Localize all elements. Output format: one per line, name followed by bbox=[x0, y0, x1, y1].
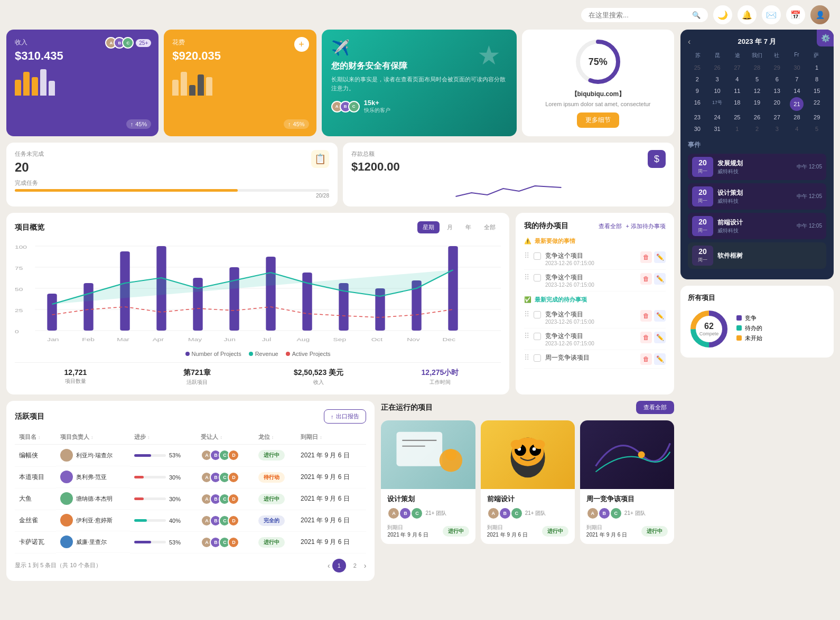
overview-tabs[interactable]: 星期 月 年 全部 bbox=[417, 221, 501, 233]
savings-card: $ 存款总额 $1200.00 bbox=[343, 143, 674, 206]
cal-day[interactable]: 25 bbox=[688, 62, 707, 73]
cal-day[interactable]: 5 bbox=[807, 124, 826, 134]
cal-day[interactable]: 4 bbox=[727, 74, 746, 84]
cal-day[interactable]: 25 bbox=[727, 112, 746, 123]
cal-day[interactable]: 31 bbox=[708, 124, 727, 134]
cal-day[interactable]: 8 bbox=[807, 74, 826, 84]
cal-day[interactable]: 17号 bbox=[708, 97, 727, 111]
cal-day[interactable]: 3 bbox=[708, 74, 727, 84]
tab-month[interactable]: 月 bbox=[442, 221, 458, 233]
col-due[interactable]: 到期日 ↕ bbox=[296, 430, 366, 445]
cal-day[interactable]: 4 bbox=[788, 124, 807, 134]
cal-day[interactable]: 26 bbox=[748, 112, 767, 123]
prev-page-btn[interactable]: ‹ bbox=[328, 561, 330, 570]
export-report-btn[interactable]: ↑ 出口报告 bbox=[324, 409, 367, 424]
tab-all[interactable]: 全部 bbox=[479, 221, 501, 233]
add-expense-btn[interactable]: + bbox=[294, 37, 309, 52]
view-all-btn[interactable]: 查看全部 bbox=[636, 401, 674, 414]
event-date-num-2: 20 bbox=[695, 189, 710, 196]
cal-day[interactable]: 28 bbox=[788, 112, 807, 123]
drag-handle-3[interactable]: ⠿ bbox=[524, 310, 529, 318]
cal-day[interactable]: 22 bbox=[807, 97, 826, 111]
search-input[interactable] bbox=[589, 11, 688, 19]
cal-day[interactable]: 18 bbox=[727, 97, 746, 111]
todo-edit-5[interactable]: ✏️ bbox=[654, 353, 666, 365]
drag-handle-2[interactable]: ⠿ bbox=[524, 273, 529, 281]
drag-handle-1[interactable]: ⠿ bbox=[524, 251, 529, 260]
todo-delete-5[interactable]: 🗑 bbox=[640, 353, 652, 365]
todo-delete-1[interactable]: 🗑 bbox=[640, 251, 652, 263]
drag-handle-5[interactable]: ⠿ bbox=[524, 353, 529, 362]
todo-checkbox-2[interactable] bbox=[534, 274, 541, 281]
drag-handle-4[interactable]: ⠿ bbox=[524, 332, 529, 340]
gear-icon[interactable]: ⚙️ bbox=[817, 30, 834, 46]
cal-day[interactable]: 1 bbox=[807, 62, 826, 73]
cal-day[interactable]: 1 bbox=[727, 124, 746, 134]
status-badge-card-2: 进行中 bbox=[542, 526, 568, 537]
cal-day[interactable]: 15 bbox=[807, 86, 826, 96]
todo-checkbox-3[interactable] bbox=[534, 311, 541, 318]
todo-checkbox-1[interactable] bbox=[534, 252, 541, 260]
cal-day[interactable]: 2 bbox=[688, 74, 707, 84]
cal-day[interactable]: 19 bbox=[748, 97, 767, 111]
todo-delete-2[interactable]: 🗑 bbox=[640, 273, 652, 285]
user-avatar[interactable]: 👤 bbox=[810, 5, 829, 24]
cal-day[interactable]: 30 bbox=[688, 124, 707, 134]
tab-week[interactable]: 星期 bbox=[417, 221, 440, 233]
col-manager[interactable]: 项目负责人 ↕ bbox=[56, 430, 130, 445]
cal-day-today[interactable]: 21 bbox=[790, 97, 804, 111]
todo-edit-4[interactable]: ✏️ bbox=[654, 332, 666, 343]
dark-mode-btn[interactable]: 🌙 bbox=[713, 5, 732, 24]
cal-day[interactable]: 12 bbox=[748, 86, 767, 96]
cal-day[interactable]: 20 bbox=[768, 97, 787, 111]
search-box[interactable]: 🔍 bbox=[581, 8, 708, 22]
col-assignee[interactable]: 受让人 ↕ bbox=[197, 430, 254, 445]
cal-day[interactable]: 14 bbox=[788, 86, 807, 96]
cal-day[interactable]: 29 bbox=[807, 112, 826, 123]
cal-day[interactable]: 10 bbox=[708, 86, 727, 96]
promo-customer-info: 15k+ 快乐的客户 bbox=[364, 99, 390, 114]
cal-day[interactable]: 26 bbox=[708, 62, 727, 73]
todo-delete-3[interactable]: 🗑 bbox=[640, 310, 652, 322]
todo-edit-1[interactable]: ✏️ bbox=[654, 251, 666, 263]
mail-btn[interactable]: ✉️ bbox=[762, 5, 781, 24]
project-overview-panel: 项目概览 星期 月 年 全部 100 75 50 25 bbox=[6, 213, 509, 394]
cal-day[interactable]: 11 bbox=[727, 86, 746, 96]
cal-day[interactable]: 5 bbox=[748, 74, 767, 84]
col-status[interactable]: 龙位 ↕ bbox=[254, 430, 296, 445]
cal-day[interactable]: 29 bbox=[768, 62, 787, 73]
cal-prev-btn[interactable]: ‹ bbox=[688, 37, 690, 46]
table-header-row: 活跃项目 ↑ 出口报告 bbox=[15, 409, 366, 424]
cal-day[interactable]: 27 bbox=[727, 62, 746, 73]
calendar-btn[interactable]: 📅 bbox=[786, 5, 805, 24]
cal-day[interactable]: 27 bbox=[768, 112, 787, 123]
view-all-link[interactable]: 查看全部 bbox=[599, 222, 622, 230]
cal-day[interactable]: 3 bbox=[768, 124, 787, 134]
cal-day[interactable]: 16 bbox=[688, 97, 707, 111]
cal-day[interactable]: 28 bbox=[748, 62, 767, 73]
cell-due: 2021 年 9 月 6 日 bbox=[296, 488, 366, 510]
todo-checkbox-5[interactable] bbox=[534, 354, 541, 362]
col-progress[interactable]: 进步 ↕ bbox=[130, 430, 197, 445]
cal-day[interactable]: 30 bbox=[788, 62, 807, 73]
todo-edit-2[interactable]: ✏️ bbox=[654, 273, 666, 285]
cal-day[interactable]: 23 bbox=[688, 112, 707, 123]
cal-day[interactable]: 2 bbox=[748, 124, 767, 134]
project-card-body-1: 设计策划 A B C 21+ 团队 到期日 2021 年 9 月 6 日 bbox=[381, 489, 475, 544]
next-page-btn[interactable]: › bbox=[364, 561, 367, 570]
page-1-btn[interactable]: 1 bbox=[332, 559, 346, 572]
todo-checkbox-4[interactable] bbox=[534, 333, 541, 340]
cal-day[interactable]: 6 bbox=[768, 74, 787, 84]
todo-edit-3[interactable]: ✏️ bbox=[654, 310, 666, 322]
add-todo-link[interactable]: + 添加待办事项 bbox=[626, 222, 666, 230]
cal-day[interactable]: 24 bbox=[708, 112, 727, 123]
detail-btn[interactable]: 更多细节 bbox=[577, 112, 619, 128]
todo-delete-4[interactable]: 🗑 bbox=[640, 332, 652, 343]
page-2-btn[interactable]: 2 bbox=[348, 559, 362, 572]
bell-btn[interactable]: 🔔 bbox=[738, 5, 757, 24]
cal-day[interactable]: 9 bbox=[688, 86, 707, 96]
tab-year[interactable]: 年 bbox=[460, 221, 477, 233]
cal-day[interactable]: 13 bbox=[768, 86, 787, 96]
col-project-name[interactable]: 项目名 ↕ bbox=[15, 430, 56, 445]
cal-day[interactable]: 7 bbox=[788, 74, 807, 84]
